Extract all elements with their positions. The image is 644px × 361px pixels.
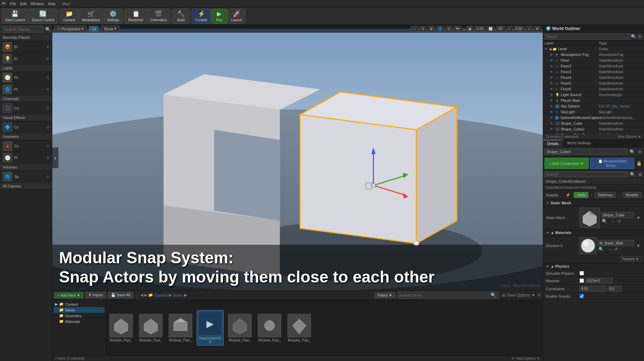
- textures-button[interactable]: Textures ▼: [620, 256, 641, 262]
- stationary-button[interactable]: Stationary: [595, 192, 616, 198]
- outliner-row-floor2[interactable]: 👁 ▭ Floor2 StaticMeshActor: [543, 63, 644, 69]
- eye-icon[interactable]: 👁: [550, 87, 554, 91]
- menu-edit[interactable]: Edit: [20, 2, 27, 6]
- mesh-arrow-button[interactable]: →: [610, 219, 615, 224]
- actor-name-search[interactable]: 🔍: [629, 149, 636, 154]
- build-button[interactable]: 🔨 Build: [173, 9, 189, 24]
- recently-placed-section[interactable]: Recently Placed: [0, 34, 52, 41]
- folder-demo[interactable]: 📁 Demo: [54, 307, 105, 313]
- list-item[interactable]: Modular_Pipe_: [167, 312, 194, 343]
- outliner-row-skysphere[interactable]: 👁 🌐 Sky Sphere Edit BP_Sky_Sphere: [543, 103, 644, 109]
- add-component-button[interactable]: + Add Component ▼: [544, 158, 589, 169]
- massive-input[interactable]: [585, 278, 612, 283]
- simulate-physics-checkbox[interactable]: [580, 271, 584, 275]
- tab-world-settings[interactable]: World Settings: [563, 140, 595, 147]
- outliner-filter-button[interactable]: ⚙: [637, 34, 643, 39]
- mat-reset-button[interactable]: ↺: [613, 247, 618, 252]
- constraints-input2[interactable]: [608, 286, 621, 292]
- visual-effects-section[interactable]: Visual Effects: [0, 114, 52, 121]
- static-mesh-section-header[interactable]: ▼ Static Mesh: [543, 200, 644, 207]
- surface-snap-button[interactable]: ⊡: [445, 26, 452, 32]
- mesh-expand-button[interactable]: ▼: [636, 215, 641, 220]
- outliner-row-lightsource[interactable]: 👁 💡 Light Source DirectionalLight: [543, 92, 644, 98]
- movable-button[interactable]: Movable: [622, 192, 641, 198]
- outliner-row-floor5[interactable]: 👁 ▭ Floor5 StaticMeshActor: [543, 81, 644, 86]
- eye-icon[interactable]: 👁: [550, 70, 554, 74]
- save-all-button[interactable]: 💾 Save All: [108, 292, 133, 298]
- details-view-button[interactable]: ⊞: [638, 172, 643, 177]
- outliner-row-shapecube2[interactable]: 👁 ⬛ Shape_Cube2 StaticMeshActor: [543, 126, 644, 132]
- details-lock-btn[interactable]: 🔒: [636, 158, 643, 169]
- folder-geometry[interactable]: 📁 Geometry: [54, 313, 105, 319]
- content-view-options[interactable]: ⊞ View Options ▼: [502, 293, 535, 298]
- breadcrumb-demo[interactable]: Demo: [173, 293, 183, 297]
- details-search-input[interactable]: [544, 171, 628, 177]
- settings-btn[interactable]: ⚙: [537, 293, 541, 297]
- list-item[interactable]: Modular_Pipe_: [108, 312, 135, 343]
- compile-button[interactable]: ⚡ Compile: [192, 9, 211, 24]
- eye-icon[interactable]: 👁: [550, 76, 554, 80]
- actor-name-input[interactable]: [544, 149, 627, 155]
- mesh-browse-button[interactable]: 🔍: [601, 219, 608, 224]
- rotation-snap-button[interactable]: 🔄: [486, 26, 495, 32]
- import-button[interactable]: ⬆ Import: [85, 292, 106, 298]
- outliner-row-atmfog[interactable]: 👁 🌫 Atmospheric Fog AtmosphericFog: [543, 52, 644, 58]
- mat-arrow-button[interactable]: →: [606, 247, 612, 252]
- eye-icon[interactable]: 👁: [550, 59, 554, 62]
- tab-details[interactable]: Details: [543, 140, 563, 147]
- camera-speed-button[interactable]: 📷: [453, 26, 461, 32]
- grid-snap-button[interactable]: ▦: [466, 26, 473, 32]
- content-button[interactable]: 📁 Content: [60, 9, 78, 24]
- list-item[interactable]: ⚪ Pl ⚙: [0, 152, 52, 164]
- filters-button[interactable]: Filters ▼: [374, 292, 395, 298]
- search-classes-input[interactable]: [3, 26, 43, 32]
- perspective-dropdown[interactable]: ◻ Perspective ▾: [54, 26, 87, 32]
- outliner-search-button[interactable]: 🔍: [630, 34, 637, 39]
- list-item[interactable]: Modular_Pipe_: [256, 312, 283, 343]
- outliner-row-skylight[interactable]: 👁 ☀ SkyLight SkyLight: [543, 109, 644, 115]
- outliner-row-floor3[interactable]: 👁 ▭ Floor3 StaticMeshActor: [543, 69, 644, 75]
- eye-icon[interactable]: 👁: [550, 82, 554, 85]
- constraints-input[interactable]: [580, 286, 607, 292]
- list-item[interactable]: Modular_Pipe_: [226, 312, 253, 343]
- left-btn[interactable]: ◀: [140, 293, 143, 297]
- play-button[interactable]: ▶ Play: [211, 9, 227, 24]
- blueprint-button[interactable]: 📋 Blueprint/Add Script...: [590, 158, 634, 169]
- content-search-input[interactable]: [399, 293, 490, 297]
- list-item[interactable]: 🔷 Cy ⚙: [0, 121, 52, 133]
- outliner-row-floor4[interactable]: 👁 ▭ Floor4 StaticMeshActor: [543, 75, 644, 81]
- content-search-button[interactable]: 🔍: [490, 293, 497, 298]
- snap-value[interactable]: 0.25: [475, 26, 485, 32]
- geometry-section[interactable]: Geometry: [0, 133, 52, 140]
- source-control-button[interactable]: 🔄 Source Control: [29, 9, 57, 24]
- lit-button[interactable]: Lit: [89, 26, 99, 32]
- eye-icon[interactable]: 👁: [550, 64, 554, 68]
- eye-icon[interactable]: 👁: [550, 110, 554, 114]
- eye-icon[interactable]: 👁: [550, 99, 554, 102]
- scale-snap-button[interactable]: ↕: [507, 26, 512, 32]
- outliner-row-playerstart[interactable]: 👁 🚶 Player Start: [543, 98, 644, 103]
- list-item[interactable]: 💡 Er ⚙: [0, 53, 52, 65]
- list-item[interactable]: 🔵 Sp ⚙: [0, 171, 52, 183]
- blueprints-button[interactable]: 📋 Blueprints: [125, 9, 146, 24]
- list-item[interactable]: ⚪ Pc ⚙: [0, 72, 52, 84]
- eye-icon[interactable]: 👁: [550, 53, 554, 57]
- list-item[interactable]: Modular_Pipe_: [286, 312, 313, 343]
- maximize-button[interactable]: ⤢: [526, 26, 532, 32]
- static-button[interactable]: Static: [574, 192, 588, 198]
- add-new-button[interactable]: + Add New ▼: [54, 292, 83, 298]
- menu-help[interactable]: Help: [48, 2, 56, 6]
- list-item[interactable]: 📦 Er ⚙: [0, 41, 52, 53]
- right-btn[interactable]: ▶: [144, 293, 147, 297]
- breadcrumb-content[interactable]: Content: [155, 293, 168, 297]
- search-classes-button[interactable]: 🔍: [45, 27, 52, 32]
- volumes-section[interactable]: Volumes: [0, 164, 52, 171]
- outliner-row-floor6[interactable]: 👁 ▭ Floor6 StaticMeshActor: [543, 86, 644, 92]
- scale-value[interactable]: 0.25: [514, 26, 524, 32]
- folder-content[interactable]: ▶ 📁 Content: [54, 301, 105, 307]
- materials-section-header[interactable]: ▼ ▲ Materials: [543, 229, 644, 236]
- outliner-search-input[interactable]: [544, 33, 630, 39]
- eye-icon[interactable]: 👁: [550, 122, 554, 125]
- local-global-button[interactable]: 🌐: [436, 26, 444, 32]
- degree-value[interactable]: 45°: [496, 26, 505, 32]
